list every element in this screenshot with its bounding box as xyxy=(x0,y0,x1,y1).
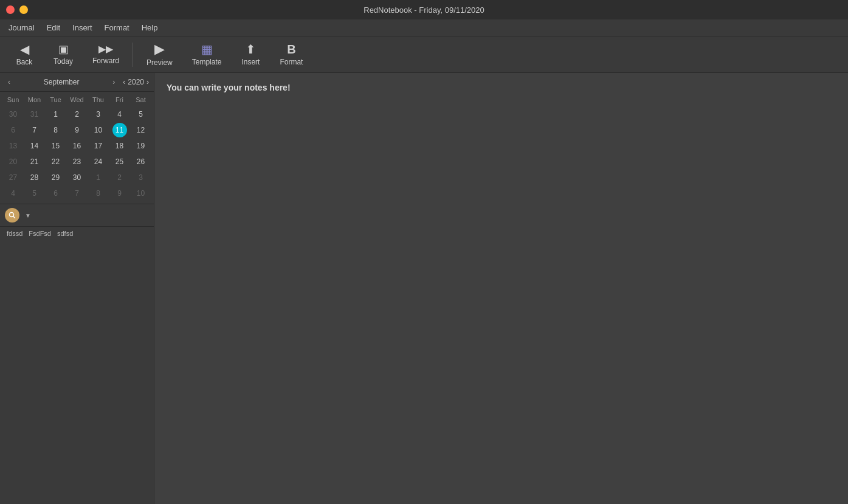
cal-day[interactable]: 14 xyxy=(29,139,40,153)
cal-day[interactable]: 29 xyxy=(50,171,61,184)
cal-day[interactable]: 2 xyxy=(116,171,123,184)
cal-day[interactable]: 17 xyxy=(93,139,103,153)
cal-day-wrapper: 11 xyxy=(109,122,130,138)
cal-day-wrapper: 28 xyxy=(24,170,45,185)
cal-day[interactable]: 8 xyxy=(95,187,102,200)
cal-day-wrapper: 8 xyxy=(88,185,109,201)
cal-day[interactable]: 7 xyxy=(31,123,38,137)
cal-day[interactable]: 5 xyxy=(31,187,38,200)
cal-day[interactable]: 11 xyxy=(112,123,127,137)
cal-day[interactable]: 7 xyxy=(74,187,80,200)
cal-day[interactable]: 30 xyxy=(72,171,82,184)
menu-insert[interactable]: Insert xyxy=(66,21,98,34)
forward-button[interactable]: ▶▶ Forward xyxy=(84,39,128,71)
search-dropdown-button[interactable]: ▼ xyxy=(23,210,33,220)
cal-day[interactable]: 10 xyxy=(136,187,146,200)
titlebar: RedNotebook - Friday, 09/11/2020 xyxy=(0,0,848,19)
toolbar: ◀ Back ▣ Today ▶▶ Forward ▶ Preview ▦ Te… xyxy=(0,36,848,73)
cal-day[interactable]: 19 xyxy=(136,139,146,153)
cal-day[interactable]: 21 xyxy=(29,155,40,168)
cal-day[interactable]: 6 xyxy=(10,123,16,137)
insert-button[interactable]: ⬆ Insert xyxy=(232,39,269,71)
cal-day-wrapper: 5 xyxy=(24,185,45,201)
menu-journal[interactable]: Journal xyxy=(2,21,41,34)
preview-button[interactable]: ▶ Preview xyxy=(138,39,181,71)
calendar-grid: Sun Mon Tue Wed Thu Fri Sat 303112345678… xyxy=(0,92,154,204)
cal-day[interactable]: 22 xyxy=(50,155,61,168)
tag-item[interactable]: FsdFsd xyxy=(27,229,53,238)
cal-day[interactable]: 18 xyxy=(114,139,125,153)
cal-day-wrapper: 31 xyxy=(24,106,45,122)
cal-day-wrapper: 6 xyxy=(2,122,24,138)
cal-day[interactable]: 8 xyxy=(52,123,59,137)
cal-day[interactable]: 26 xyxy=(136,155,146,168)
cal-day[interactable]: 10 xyxy=(93,123,103,137)
cal-next-month[interactable]: › xyxy=(109,77,118,88)
cal-prev-year[interactable]: ‹ xyxy=(123,78,125,86)
dow-mon: Mon xyxy=(24,94,45,105)
cal-day[interactable]: 15 xyxy=(50,139,61,153)
cal-day[interactable]: 5 xyxy=(137,108,144,121)
tags-section: fdssdFsdFsdsdfsd xyxy=(0,226,154,240)
cal-day-wrapper: 2 xyxy=(66,106,88,122)
cal-day[interactable]: 28 xyxy=(29,171,40,184)
format-icon: B xyxy=(287,43,295,55)
cal-day[interactable]: 31 xyxy=(29,108,40,121)
menu-help[interactable]: Help xyxy=(136,21,164,34)
cal-day[interactable]: 27 xyxy=(8,171,18,184)
cal-day[interactable]: 1 xyxy=(95,171,102,184)
cal-day-wrapper: 6 xyxy=(45,185,66,201)
cal-day-wrapper: 20 xyxy=(2,154,24,170)
cal-year: 2020 xyxy=(128,78,144,86)
dow-thu: Thu xyxy=(88,94,109,105)
svg-line-1 xyxy=(13,216,16,219)
today-button[interactable]: ▣ Today xyxy=(45,39,81,71)
back-label: Back xyxy=(16,58,33,66)
cal-day[interactable]: 3 xyxy=(137,171,144,184)
cal-day[interactable]: 2 xyxy=(74,108,80,121)
svg-point-0 xyxy=(10,213,14,217)
minimize-button[interactable] xyxy=(19,5,28,14)
cal-day[interactable]: 25 xyxy=(114,155,125,168)
cal-day[interactable]: 20 xyxy=(8,155,18,168)
cal-day[interactable]: 30 xyxy=(8,108,18,121)
cal-day[interactable]: 9 xyxy=(74,123,80,137)
tag-item[interactable]: sdfsd xyxy=(55,229,75,238)
tag-item[interactable]: fdssd xyxy=(5,229,24,238)
cal-day[interactable]: 1 xyxy=(52,108,59,121)
editor-placeholder: You can write your notes here! xyxy=(167,83,291,92)
cal-day-wrapper: 13 xyxy=(2,138,24,154)
close-button[interactable] xyxy=(6,5,15,14)
cal-day[interactable]: 9 xyxy=(116,187,123,200)
template-button[interactable]: ▦ Template xyxy=(184,39,230,71)
back-icon: ◀ xyxy=(20,43,29,55)
cal-day-wrapper: 18 xyxy=(109,138,130,154)
menubar: Journal Edit Insert Format Help xyxy=(0,19,848,36)
cal-day[interactable]: 6 xyxy=(52,187,59,200)
cal-day[interactable]: 3 xyxy=(95,108,102,121)
cal-day[interactable]: 24 xyxy=(93,155,103,168)
cal-day[interactable]: 4 xyxy=(116,108,123,121)
cal-day-wrapper: 4 xyxy=(109,106,130,122)
menu-edit[interactable]: Edit xyxy=(41,21,66,34)
cal-day-wrapper: 29 xyxy=(45,170,66,185)
format-button[interactable]: B Format xyxy=(271,39,311,71)
window-title: RedNotebook - Friday, 09/11/2020 xyxy=(364,5,484,15)
cal-day[interactable]: 4 xyxy=(10,187,16,200)
back-button[interactable]: ◀ Back xyxy=(6,39,43,71)
insert-label: Insert xyxy=(241,58,260,66)
menu-format[interactable]: Format xyxy=(98,21,136,34)
search-button[interactable] xyxy=(5,208,19,223)
cal-prev-month[interactable]: ‹ xyxy=(5,77,13,88)
cal-day-wrapper: 3 xyxy=(88,106,109,122)
cal-next-year[interactable]: › xyxy=(147,78,149,86)
preview-label: Preview xyxy=(147,58,173,67)
search-bar: ▼ xyxy=(0,204,154,226)
sidebar-bottom: ▼ fdssdFsdFsdsdfsd xyxy=(0,204,154,504)
cal-day[interactable]: 16 xyxy=(72,139,82,153)
toolbar-separator-1 xyxy=(133,43,133,67)
editor-content[interactable]: You can write your notes here! xyxy=(154,73,848,504)
cal-day[interactable]: 23 xyxy=(72,155,82,168)
cal-day[interactable]: 12 xyxy=(136,123,146,137)
cal-day[interactable]: 13 xyxy=(8,139,18,153)
